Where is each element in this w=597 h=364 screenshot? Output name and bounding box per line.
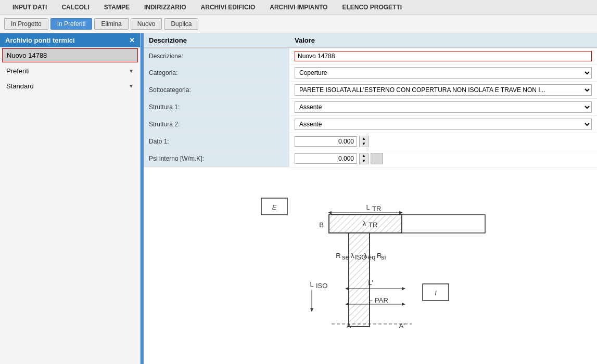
svg-text:si: si xyxy=(381,253,386,261)
in-preferiti-button[interactable]: In Preferiti xyxy=(50,18,93,30)
psi-input[interactable] xyxy=(295,153,357,164)
svg-text:PAR: PAR xyxy=(375,296,388,304)
psi-row: Psi interno [W/m.K]: ▲ ▼ xyxy=(144,150,597,167)
sidebar-close-icon[interactable]: ✕ xyxy=(129,36,135,44)
struttura1-row: Struttura 1: Assente xyxy=(144,99,597,116)
svg-text:L: L xyxy=(366,203,370,211)
svg-marker-6 xyxy=(399,211,403,214)
diagram-area: E L TR B B' xyxy=(144,167,597,364)
descrizione-row: Descrizione: xyxy=(144,48,597,64)
preferiti-arrow-icon: ▼ xyxy=(129,68,134,74)
sidebar-title: Archivio ponti termici xyxy=(5,36,75,44)
menu-archivi-impianto[interactable]: ARCHIVI IMPIANTO xyxy=(262,2,335,13)
svg-text:L: L xyxy=(310,280,313,288)
in-progetto-button[interactable]: In Progetto xyxy=(4,18,48,30)
svg-rect-16 xyxy=(349,233,370,327)
categoria-label: Categoria: xyxy=(144,64,289,82)
right-panel: Descrizione Valore Descrizione: Categori… xyxy=(144,33,597,364)
svg-text:TR: TR xyxy=(372,205,381,213)
standard-label: Standard xyxy=(6,82,34,90)
struttura1-select[interactable]: Assente xyxy=(295,101,592,113)
menu-elenco-progetti[interactable]: ELENCO PROGETTI xyxy=(335,2,409,13)
psi-label: Psi interno [W/m.K]: xyxy=(144,150,289,167)
sidebar-standard-dropdown[interactable]: Standard ▼ xyxy=(2,80,138,93)
descrizione-label: Descrizione: xyxy=(144,48,289,64)
standard-arrow-icon: ▼ xyxy=(129,83,134,89)
dato1-spin-up[interactable]: ▲ xyxy=(360,136,368,141)
categoria-select[interactable]: Coperture xyxy=(295,67,592,79)
svg-marker-31 xyxy=(345,287,349,290)
svg-text:A: A xyxy=(346,322,351,330)
menu-stampe[interactable]: STAMPE xyxy=(97,2,137,13)
menu-calcoli[interactable]: CALCOLI xyxy=(54,2,96,13)
sottocategoria-label: Sottocategoria: xyxy=(144,82,289,99)
svg-text:λ: λ xyxy=(364,252,367,259)
dato1-row: Dato 1: ▲ ▼ xyxy=(144,133,597,150)
svg-text:λ: λ xyxy=(351,252,354,259)
svg-text:B: B xyxy=(319,221,324,229)
thermal-bridge-diagram: E L TR B B' xyxy=(235,183,506,349)
dato1-spinner[interactable]: ▲ ▼ xyxy=(359,136,369,147)
sottocategoria-select[interactable]: PARETE ISOLATA ALL'ESTERNO CON COPERTURA… xyxy=(295,84,592,96)
svg-marker-28 xyxy=(310,308,313,312)
descrizione-col-header: Descrizione xyxy=(144,33,289,48)
nuovo-button[interactable]: Nuovo xyxy=(131,18,162,30)
psi-value-cell: ▲ ▼ xyxy=(289,150,597,167)
categoria-row: Categoria: Coperture xyxy=(144,64,597,82)
menu-bar: INPUT DATI CALCOLI STAMPE INDIRIZZARIO A… xyxy=(0,0,597,15)
duplica-button[interactable]: Duplica xyxy=(164,18,198,30)
svg-text:λ: λ xyxy=(362,219,366,227)
svg-marker-36 xyxy=(345,303,349,306)
svg-marker-5 xyxy=(328,211,332,214)
sottocategoria-value-cell: PARETE ISOLATA ALL'ESTERNO CON COPERTURA… xyxy=(289,82,597,99)
dato1-spin-down[interactable]: ▼ xyxy=(360,141,368,147)
sidebar: Archivio ponti termici ✕ Nuovo 14788 Pre… xyxy=(0,33,141,364)
main-content: Archivio ponti termici ✕ Nuovo 14788 Pre… xyxy=(0,33,597,364)
sidebar-selected-item[interactable]: Nuovo 14788 xyxy=(2,48,138,62)
struttura1-label: Struttura 1: xyxy=(144,99,289,116)
struttura1-value-cell: Assente xyxy=(289,99,597,116)
svg-text:eq: eq xyxy=(368,253,375,261)
descrizione-input[interactable] xyxy=(295,51,592,61)
menu-indirizzario[interactable]: INDIRIZZARIO xyxy=(137,2,194,13)
form-table: Descrizione: Categoria: Coperture Sottoc… xyxy=(144,48,597,167)
dato1-label: Dato 1: xyxy=(144,133,289,150)
descrizione-value-cell xyxy=(289,48,597,64)
svg-text:ISO: ISO xyxy=(316,282,327,290)
toolbar: In Progetto In Preferiti Elimina Nuovo D… xyxy=(0,15,597,33)
svg-text:L: L xyxy=(369,295,372,303)
svg-marker-37 xyxy=(402,303,405,306)
sidebar-preferiti-dropdown[interactable]: Preferiti ▼ xyxy=(2,64,138,77)
menu-input-dati[interactable]: INPUT DATI xyxy=(5,2,54,13)
struttura2-select[interactable]: Assente xyxy=(295,119,592,130)
svg-text:R: R xyxy=(336,252,340,259)
svg-text:L': L' xyxy=(368,279,373,287)
sottocategoria-row: Sottocategoria: PARETE ISOLATA ALL'ESTER… xyxy=(144,82,597,99)
elimina-button[interactable]: Elimina xyxy=(94,18,128,30)
svg-text:TR: TR xyxy=(369,221,377,229)
dato1-input[interactable] xyxy=(295,136,357,147)
svg-text:A': A' xyxy=(399,322,404,330)
dato1-value-cell: ▲ ▼ xyxy=(289,133,597,150)
svg-text:se: se xyxy=(342,253,349,261)
psi-spinner[interactable]: ▲ ▼ xyxy=(359,153,369,164)
sidebar-header: Archivio ponti termici ✕ xyxy=(0,33,140,47)
menu-archivi-edificio[interactable]: ARCHIVI EDIFICIO xyxy=(194,2,263,13)
preferiti-label: Preferiti xyxy=(6,67,30,75)
svg-text:I: I xyxy=(435,289,437,297)
valore-col-header: Valore xyxy=(289,33,597,48)
psi-spin-up[interactable]: ▲ xyxy=(360,153,368,159)
svg-rect-14 xyxy=(402,215,485,233)
struttura2-label: Struttura 2: xyxy=(144,116,289,133)
psi-color-button[interactable] xyxy=(371,153,383,164)
categoria-value-cell: Coperture xyxy=(289,64,597,82)
struttura2-row: Struttura 2: Assente xyxy=(144,116,597,133)
struttura2-value-cell: Assente xyxy=(289,116,597,133)
svg-marker-32 xyxy=(402,287,405,290)
svg-text:E: E xyxy=(272,203,276,211)
psi-spin-down[interactable]: ▼ xyxy=(360,159,368,164)
